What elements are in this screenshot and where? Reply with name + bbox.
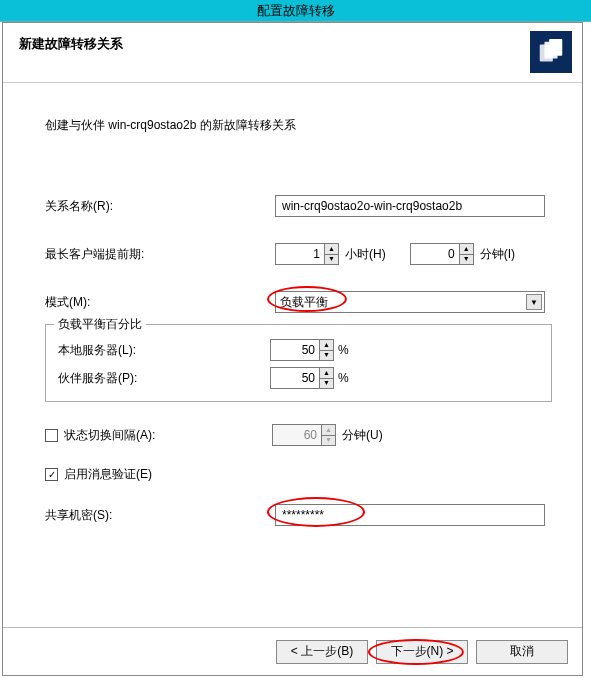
partner-pct-spinner[interactable]: ▲ ▼ <box>270 367 334 389</box>
partner-pct-up-icon[interactable]: ▲ <box>320 368 333 379</box>
msg-auth-checkbox[interactable]: ✓ <box>45 468 58 481</box>
hours-down-icon[interactable]: ▼ <box>325 255 338 265</box>
hours-up-icon[interactable]: ▲ <box>325 244 338 255</box>
partner-server-row: 伙伴服务器(P): ▲ ▼ % <box>58 367 539 389</box>
local-server-row: 本地服务器(L): ▲ ▼ % <box>58 339 539 361</box>
minutes-spinner[interactable]: ▲ ▼ <box>410 243 474 265</box>
minutes-up-icon[interactable]: ▲ <box>460 244 473 255</box>
minutes-input[interactable] <box>411 244 459 264</box>
mode-value: 负载平衡 <box>280 294 328 311</box>
local-pct-down-icon[interactable]: ▼ <box>320 351 333 361</box>
dialog-subtitle: 新建故障转移关系 <box>19 35 566 53</box>
chevron-down-icon[interactable]: ▼ <box>526 294 542 310</box>
dialog-content: 创建与伙伴 win-crq9ostao2b 的新故障转移关系 关系名称(R): … <box>3 83 582 561</box>
relation-name-row: 关系名称(R): <box>45 194 552 218</box>
state-switch-row: 状态切换间隔(A): ▲ ▼ 分钟(U) <box>45 424 552 446</box>
load-balance-legend: 负载平衡百分比 <box>54 316 146 333</box>
local-pct-up-icon[interactable]: ▲ <box>320 340 333 351</box>
max-lead-row: 最长客户端提前期: ▲ ▼ 小时(H) ▲ ▼ 分钟(I) <box>45 242 552 266</box>
minutes-unit-label: 分钟(I) <box>480 246 515 263</box>
dialog-main: 新建故障转移关系 创建与伙伴 win-crq9ostao2b 的新故障转移关系 … <box>2 22 583 676</box>
relation-name-label: 关系名称(R): <box>45 198 275 215</box>
window-titlebar: 配置故障转移 <box>0 0 591 22</box>
local-server-label: 本地服务器(L): <box>58 342 270 359</box>
state-switch-unit-label: 分钟(U) <box>342 427 383 444</box>
state-switch-input <box>273 425 321 445</box>
state-switch-down-icon: ▼ <box>322 436 335 446</box>
relation-name-input[interactable] <box>275 195 545 217</box>
shared-secret-row: 共享机密(S): <box>45 503 552 527</box>
next-button[interactable]: 下一步(N) > <box>376 640 468 664</box>
msg-auth-row: ✓ 启用消息验证(E) <box>45 466 552 483</box>
state-switch-spinner: ▲ ▼ <box>272 424 336 446</box>
msg-auth-label: 启用消息验证(E) <box>64 466 152 483</box>
mode-label: 模式(M): <box>45 294 275 311</box>
prev-button[interactable]: < 上一步(B) <box>276 640 368 664</box>
state-switch-label: 状态切换间隔(A): <box>64 427 272 444</box>
minutes-down-icon[interactable]: ▼ <box>460 255 473 265</box>
shared-secret-label: 共享机密(S): <box>45 507 275 524</box>
mode-row: 模式(M): 负载平衡 ▼ <box>45 290 552 314</box>
percent-label: % <box>338 343 349 357</box>
mode-combobox[interactable]: 负载平衡 ▼ <box>275 291 545 313</box>
hours-unit-label: 小时(H) <box>345 246 386 263</box>
dialog-footer: < 上一步(B) 下一步(N) > 取消 <box>3 627 582 675</box>
hours-input[interactable] <box>276 244 324 264</box>
partner-pct-down-icon[interactable]: ▼ <box>320 379 333 389</box>
partner-pct-input[interactable] <box>271 368 319 388</box>
max-lead-label: 最长客户端提前期: <box>45 246 275 263</box>
failover-icon <box>530 31 572 73</box>
dialog-header: 新建故障转移关系 <box>3 23 582 83</box>
state-switch-checkbox[interactable] <box>45 429 58 442</box>
hours-spinner[interactable]: ▲ ▼ <box>275 243 339 265</box>
svg-rect-2 <box>549 39 562 56</box>
intro-text: 创建与伙伴 win-crq9ostao2b 的新故障转移关系 <box>45 117 552 134</box>
partner-server-label: 伙伴服务器(P): <box>58 370 270 387</box>
percent-label: % <box>338 371 349 385</box>
load-balance-group: 负载平衡百分比 本地服务器(L): ▲ ▼ % 伙伴服务器(P): ▲ <box>45 324 552 402</box>
shared-secret-input[interactable] <box>275 504 545 526</box>
cancel-button[interactable]: 取消 <box>476 640 568 664</box>
local-pct-input[interactable] <box>271 340 319 360</box>
state-switch-up-icon: ▲ <box>322 425 335 436</box>
local-pct-spinner[interactable]: ▲ ▼ <box>270 339 334 361</box>
